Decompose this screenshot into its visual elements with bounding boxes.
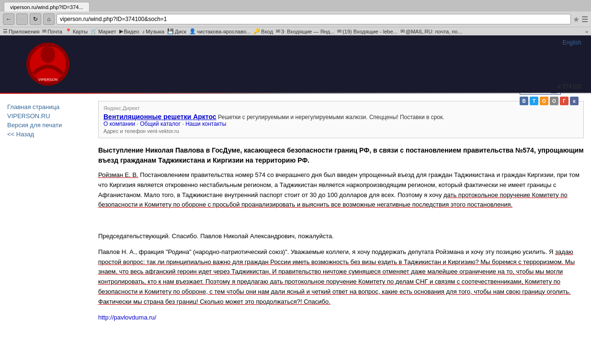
livejournal-icon[interactable]: к <box>570 97 579 105</box>
pavlov-start: Павлов Н. А., фракция "Родина" (народно-… <box>98 248 555 255</box>
star-icon[interactable]: ★ <box>573 15 580 24</box>
bookmarks-bar: ☰ Приложения ✉ Почта 📍 Карты 🛒 Маркет ▶ … <box>0 27 591 35</box>
ok-icon[interactable]: О <box>540 97 548 105</box>
gplus-icon[interactable]: Г <box>560 97 568 105</box>
svg-point-2 <box>41 46 55 63</box>
article-id: # 374100 <box>557 83 581 90</box>
bookmark-login[interactable]: 🔑 Вход <box>253 28 273 34</box>
active-tab[interactable]: viperson.ru/wind.php?ID=374... <box>4 2 90 11</box>
reload-button[interactable]: ↻ <box>30 13 41 25</box>
site-header: VIPERSON English # 374100 <box>0 35 591 93</box>
content-area: f Нравится 0 В Т О О Г к Яндекс.Директ <box>96 99 591 335</box>
browser-chrome: viperson.ru/wind.php?ID=374... ← → ↻ ⌂ ★… <box>0 0 591 35</box>
svg-text:VIPERSON: VIPERSON <box>38 77 58 82</box>
browser-toolbar: ← → ↻ ⌂ ★ ☰ <box>0 11 591 27</box>
article-title: Выступление Николая Павлова в ГосДуме, к… <box>98 145 584 165</box>
logo: VIPERSON <box>0 40 96 88</box>
paragraph-chairman: Председательствующий. Спасибо. Павлов Ни… <box>98 232 584 242</box>
spacer <box>98 216 584 226</box>
bookmark-mailru[interactable]: ✉ @MAIL.RU: почта, по... <box>400 28 462 34</box>
pavlov-highlighted: задаю простой вопрос: так ли принципиаль… <box>98 248 575 305</box>
bookmark-market[interactable]: 🛒 Маркет <box>91 28 116 34</box>
sidebar-back[interactable]: << Назад <box>7 131 89 138</box>
menu-icon[interactable]: ☰ <box>581 15 588 24</box>
social-icons-row: В Т О О Г к <box>520 97 579 105</box>
back-button[interactable]: ← <box>3 13 14 25</box>
main-layout: Главная страница VIPERSON.RU Версия для … <box>0 94 591 340</box>
ad-links[interactable]: О компании · Общий каталог · Наши контак… <box>103 121 579 127</box>
ad-footer: Адрес и телефон vent-vektor.ru <box>103 128 579 134</box>
paragraph-roizman: Ройзман Е. В. Постановлением правительст… <box>98 170 584 210</box>
ad-title-suffix: Решетки с регулируемыми и нерегулируемым… <box>216 114 444 121</box>
twitter-icon[interactable]: Т <box>530 97 538 105</box>
footer-link-para: http://pavlovduma.ru/ <box>98 313 584 323</box>
lang-bar: English <box>563 39 581 46</box>
paragraph-pavlov: Павлов Н. А., фракция "Родина" (народно-… <box>98 247 584 307</box>
article-body: Ройзман Е. В. Постановлением правительст… <box>98 170 584 322</box>
tab-bar: viperson.ru/wind.php?ID=374... <box>0 0 591 11</box>
bookmark-video[interactable]: ▶ Видео <box>119 28 139 34</box>
bookmark-user[interactable]: 👤 чистакова-ярославо... <box>189 28 250 34</box>
ok2-icon[interactable]: О <box>550 97 558 105</box>
bookmark-inbox1[interactable]: ✉ 3· Входящие — Янд... <box>276 28 334 34</box>
sidebar-main-page[interactable]: Главная страница <box>7 103 89 110</box>
roizman-speaker: Ройзман Е. В. <box>98 171 138 178</box>
bookmark-mail[interactable]: ✉ Почта <box>42 28 62 34</box>
ad-label: Яндекс.Директ <box>103 105 579 111</box>
bookmark-inbox2[interactable]: ✉ (19) Входящие - lebe... <box>337 28 398 34</box>
vk-icon[interactable]: В <box>520 97 528 105</box>
forward-button[interactable]: → <box>16 13 28 25</box>
bookmark-apps[interactable]: ☰ Приложения <box>3 28 39 34</box>
sidebar-viperson[interactable]: VIPERSON.RU <box>7 112 89 120</box>
tab-label: viperson.ru/wind.php?ID=374... <box>10 4 83 10</box>
bookmark-disk[interactable]: 💾 Диск <box>167 28 186 34</box>
bookmark-music[interactable]: ♪ Музыка <box>142 29 164 34</box>
sidebar-print[interactable]: Версия для печати <box>7 121 89 129</box>
ad-title-link[interactable]: Вентиляционные решетки Арктос <box>103 113 216 121</box>
home-button[interactable]: ⌂ <box>43 13 55 25</box>
bookmark-maps[interactable]: 📍 Карты <box>65 28 88 34</box>
address-bar[interactable] <box>57 14 571 24</box>
page-wrapper: VIPERSON English # 374100 Главная страни… <box>0 35 591 361</box>
ad-title-line: Вентиляционные решетки Арктос Решетки с … <box>103 113 579 121</box>
english-link[interactable]: English <box>563 39 581 46</box>
ad-block: f Нравится 0 В Т О О Г к Яндекс.Директ <box>98 101 584 138</box>
more-bookmarks[interactable]: » <box>585 29 588 34</box>
pavlov-site-link[interactable]: http://pavlovduma.ru/ <box>98 314 156 321</box>
logo-svg: VIPERSON <box>24 40 72 88</box>
sidebar: Главная страница VIPERSON.RU Версия для … <box>0 99 96 335</box>
